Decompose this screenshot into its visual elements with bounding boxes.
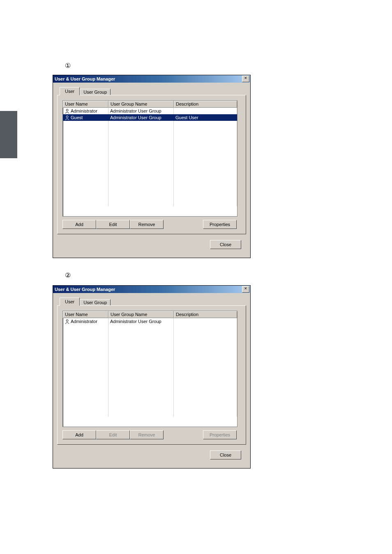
cell-user-group: Administrator User Group [110, 318, 161, 325]
listview-header: User Name User Group Name Description [63, 311, 237, 318]
table-row-empty [63, 384, 237, 390]
cell-user-group: Administrator User Group [110, 114, 161, 121]
close-button[interactable]: Close [210, 450, 241, 459]
table-row[interactable]: AdministratorAdministrator User Group [63, 318, 237, 325]
table-row-empty [63, 127, 237, 134]
user-icon [65, 319, 70, 324]
user-group-manager-dialog-2: User & User Group Manager User User Grou… [53, 285, 251, 469]
user-listview[interactable]: User Name User Group Name Description Ad… [62, 100, 238, 217]
svg-point-1 [66, 115, 68, 118]
svg-point-0 [66, 109, 68, 111]
titlebar-text: User & User Group Manager [55, 287, 115, 292]
table-row-empty [63, 404, 237, 410]
tabstrip: User User Group [60, 297, 246, 305]
col-user-name[interactable]: User Name [63, 101, 108, 108]
col-description[interactable]: Description [174, 311, 237, 318]
svg-point-2 [66, 319, 68, 321]
cell-user-name: Guest [71, 114, 83, 121]
col-user-name[interactable]: User Name [63, 311, 108, 318]
marker-2: ② [65, 271, 71, 279]
add-button[interactable]: Add [62, 220, 96, 229]
listview-header: User Name User Group Name Description [63, 101, 237, 108]
edit-button[interactable]: Edit [96, 430, 130, 439]
cell-user-name: Administrator [71, 318, 97, 325]
cell-user-name: Administrator [71, 108, 97, 114]
tab-user[interactable]: User [60, 87, 80, 95]
table-row-empty [63, 180, 237, 187]
close-icon[interactable] [242, 286, 249, 293]
table-row-empty [63, 167, 237, 173]
table-row-empty [63, 338, 237, 344]
table-row-empty [63, 187, 237, 193]
table-row-empty [63, 154, 237, 160]
titlebar-text: User & User Group Manager [55, 76, 115, 81]
cell-user-group: Administrator User Group [110, 108, 161, 114]
table-row[interactable]: GuestAdministrator User GroupGuest User [63, 114, 237, 121]
table-row-empty [63, 331, 237, 338]
remove-button[interactable]: Remove [130, 430, 164, 439]
edit-button[interactable]: Edit [96, 220, 130, 229]
table-row-empty [63, 193, 237, 200]
tab-user[interactable]: User [60, 298, 80, 306]
user-icon [65, 115, 70, 120]
table-row-empty [63, 397, 237, 404]
close-button[interactable]: Close [210, 240, 241, 249]
table-row-empty [63, 134, 237, 141]
add-button[interactable]: Add [62, 430, 96, 439]
table-row-empty [63, 160, 237, 167]
table-row-empty [63, 364, 237, 371]
tabstrip: User User Group [60, 87, 246, 95]
tab-user-group[interactable]: User Group [80, 89, 111, 95]
table-row-empty [63, 141, 237, 147]
tab-panel-user: User Name User Group Name Description Ad… [57, 95, 246, 234]
table-row-empty [63, 390, 237, 397]
table-row-empty [63, 410, 237, 417]
user-listview[interactable]: User Name User Group Name Description Ad… [62, 311, 238, 427]
marker-1: ① [65, 62, 71, 69]
titlebar[interactable]: User & User Group Manager [53, 75, 250, 83]
table-row-empty [63, 351, 237, 358]
table-row-empty [63, 358, 237, 364]
table-row-empty [63, 377, 237, 384]
properties-button[interactable]: Properties [203, 220, 237, 229]
close-icon[interactable] [242, 76, 249, 82]
table-row-empty [63, 344, 237, 351]
table-row-empty [63, 121, 237, 127]
page-side-tab [0, 111, 17, 158]
col-description[interactable]: Description [174, 101, 237, 108]
col-user-group-name[interactable]: User Group Name [108, 101, 174, 108]
properties-button[interactable]: Properties [203, 430, 237, 439]
table-row-empty [63, 371, 237, 377]
table-row[interactable]: AdministratorAdministrator User Group [63, 108, 237, 114]
titlebar[interactable]: User & User Group Manager [53, 286, 250, 293]
table-row-empty [63, 147, 237, 154]
table-row-empty [63, 200, 237, 206]
user-icon [65, 108, 70, 114]
remove-button[interactable]: Remove [130, 220, 164, 229]
table-row-empty [63, 325, 237, 331]
col-user-group-name[interactable]: User Group Name [108, 311, 174, 318]
cell-description: Guest User [175, 114, 198, 121]
tab-user-group[interactable]: User Group [80, 299, 111, 305]
tab-panel-user: User Name User Group Name Description Ad… [57, 305, 246, 445]
user-group-manager-dialog-1: User & User Group Manager User User Grou… [53, 75, 251, 258]
table-row-empty [63, 173, 237, 180]
